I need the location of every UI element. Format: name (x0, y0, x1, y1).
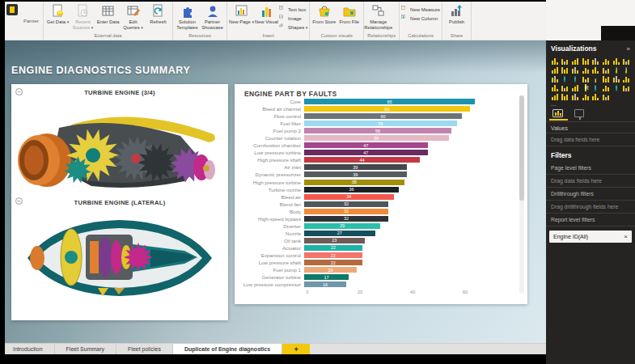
funnel-icon[interactable] (581, 74, 591, 83)
bar-turbine-nozzle[interactable]: 36 (304, 187, 399, 193)
treemap-icon[interactable] (550, 74, 560, 83)
image-button[interactable]: Image (279, 14, 307, 23)
scrollbar-thumb[interactable] (519, 95, 524, 201)
refresh-button[interactable]: Refresh (146, 2, 171, 25)
new-page-button[interactable]: New Page ▾ (229, 2, 254, 25)
chiclet-slicer-custom-icon[interactable] (561, 92, 570, 100)
shape-map-icon[interactable] (601, 83, 611, 91)
bar-fuel-pump-2[interactable]: 56 (304, 128, 451, 133)
kpi-icon[interactable] (621, 74, 631, 83)
slicer-icon[interactable] (550, 83, 560, 91)
collapse-pane-icon[interactable]: » (627, 45, 630, 53)
sunburst-custom-icon[interactable] (581, 92, 591, 100)
map-icon[interactable] (561, 74, 570, 83)
remove-filter-icon[interactable]: × (624, 233, 628, 240)
bar-low-pressure-shaft[interactable]: 22 (304, 260, 362, 265)
pulse-chart-custom-icon[interactable] (601, 92, 611, 100)
solution-templates-button[interactable]: Solution Templates (175, 2, 200, 30)
scatter-chart-icon[interactable] (601, 66, 611, 74)
new-page-tab-button[interactable]: + (282, 344, 310, 354)
bar-high-pressure-shaft[interactable]: 44 (304, 157, 420, 163)
text-box-button[interactable]: Text box (279, 5, 307, 14)
filled-map-icon[interactable] (570, 74, 580, 83)
clustered-column-chart-icon[interactable] (581, 57, 591, 65)
bar-core[interactable]: 65 (304, 99, 475, 104)
manage-relationships-button[interactable]: Manage Relationships (366, 2, 391, 30)
bar-bleed-air-channel[interactable]: 63 (304, 106, 470, 112)
donut-chart-icon[interactable] (621, 66, 631, 74)
partner-showcase-button[interactable]: Partner Showcase (200, 2, 225, 30)
from-store-button[interactable]: From Store (311, 2, 337, 25)
bar-generator-turbine[interactable]: 17 (304, 274, 349, 280)
bar-actuator[interactable]: 22 (304, 245, 362, 251)
engine-images-visual[interactable]: − TURBINE ENGINE (3/4) (11, 84, 228, 320)
page-tab-duplicate-of-engine-diagnostics[interactable]: Duplicate of Engine diagnostics (173, 344, 282, 354)
format-painter-button[interactable]: Painter (19, 2, 44, 40)
dual-kpi-custom-icon[interactable] (621, 83, 631, 91)
new-visual-button[interactable]: New Visual (254, 2, 279, 25)
stacked-column-chart-icon[interactable] (561, 57, 570, 65)
bar-combustion-chamber[interactable]: 47 (304, 142, 428, 148)
card-icon[interactable] (601, 74, 611, 83)
bar-flow-control[interactable]: 60 (304, 113, 462, 119)
filter-drop-zone[interactable]: Drag drillthrough fields here (546, 201, 635, 214)
values-drop-zone[interactable]: Drag data fields here (546, 133, 635, 146)
bar-fuel-pump-1[interactable]: 20 (304, 267, 357, 273)
filter-pill-engine-id[interactable]: Engine ID(All) × (549, 231, 632, 243)
line-stacked-column-chart-icon[interactable] (570, 66, 580, 74)
ribbon-chart-icon[interactable] (581, 66, 591, 74)
page-tab-introduction[interactable]: Introduction (5, 344, 55, 354)
line-clustered-column-chart-icon[interactable] (561, 66, 570, 74)
new-measure-button[interactable]: New Measure (401, 5, 440, 14)
globe-map-custom-icon[interactable] (612, 83, 621, 91)
line-chart-icon[interactable] (612, 57, 621, 65)
page-tab-fleet-policies[interactable]: Fleet policies (116, 344, 173, 354)
bar-dynamic-pressurizer[interactable]: 39 (304, 171, 407, 177)
stacked-bar-chart-icon[interactable] (550, 57, 560, 65)
bar-expansion-control[interactable]: 22 (304, 252, 362, 258)
recent-sources-button[interactable]: Recent Sources ▾ (70, 2, 95, 30)
fields-tab[interactable] (552, 109, 563, 120)
r-script-visual-icon[interactable]: R (581, 83, 591, 91)
bar-fuel-filter[interactable]: 58 (304, 121, 457, 126)
bar-nozzle[interactable]: 27 (304, 231, 375, 236)
bar-body[interactable]: 32 (304, 209, 388, 214)
bar-bleed-air[interactable]: 34 (304, 194, 394, 200)
bar-air-inlet[interactable]: 39 (304, 164, 407, 170)
100-stacked-column-chart-icon[interactable] (601, 57, 611, 65)
bar-low-pressure-turbine[interactable]: 47 (304, 150, 428, 155)
arcgis-map-icon[interactable] (591, 83, 601, 91)
publish-button[interactable]: Publish (444, 2, 469, 25)
new-column-button[interactable]: New Column (401, 14, 440, 23)
get-data-button[interactable]: Get Data ▾ (45, 2, 70, 25)
timeline-custom-icon[interactable] (570, 92, 580, 100)
matrix-icon[interactable] (570, 83, 580, 91)
bar-high-pressure-turbine[interactable]: 38 (304, 180, 404, 185)
page-tab-fleet-summary[interactable]: Fleet Summary (55, 344, 116, 354)
enter-data-button[interactable]: Enter Data (95, 2, 121, 25)
format-tab[interactable] (574, 109, 584, 120)
from-file-button[interactable]: From File (337, 2, 362, 25)
bar-high-speed-bypass[interactable]: 32 (304, 216, 388, 222)
histogram-custom-icon[interactable] (591, 92, 601, 100)
stacked-area-chart-icon[interactable] (550, 66, 560, 74)
bar-low-pressure-compressor[interactable]: 16 (304, 281, 346, 287)
table-icon[interactable] (561, 83, 570, 91)
bar-oil-tank[interactable]: 23 (304, 238, 365, 243)
bar-diverter[interactable]: 29 (304, 223, 380, 229)
filter-drop-zone[interactable]: Drag data fields here (546, 175, 635, 188)
area-chart-icon[interactable] (621, 57, 631, 65)
gauge-icon[interactable] (591, 74, 601, 83)
bar-counter-rotation[interactable]: 55 (304, 135, 449, 141)
bar-blend-fan[interactable]: 32 (304, 201, 388, 207)
pie-chart-icon[interactable] (612, 66, 621, 74)
clustered-bar-chart-icon[interactable] (570, 57, 580, 65)
waterfall-chart-icon[interactable] (591, 66, 601, 74)
bullet-chart-custom-icon[interactable] (550, 92, 560, 100)
shapes-button[interactable]: Shapes ▾ (279, 23, 307, 32)
filters-title: Filters (546, 146, 635, 162)
multi-row-card-icon[interactable] (612, 74, 621, 83)
edit-queries-button[interactable]: Edit Queries ▾ (121, 2, 146, 30)
bar-chart-visual[interactable]: ENGINE PART BY FAULTS Core65Bleed air ch… (235, 84, 527, 304)
100-stacked-bar-chart-icon[interactable] (591, 57, 601, 65)
